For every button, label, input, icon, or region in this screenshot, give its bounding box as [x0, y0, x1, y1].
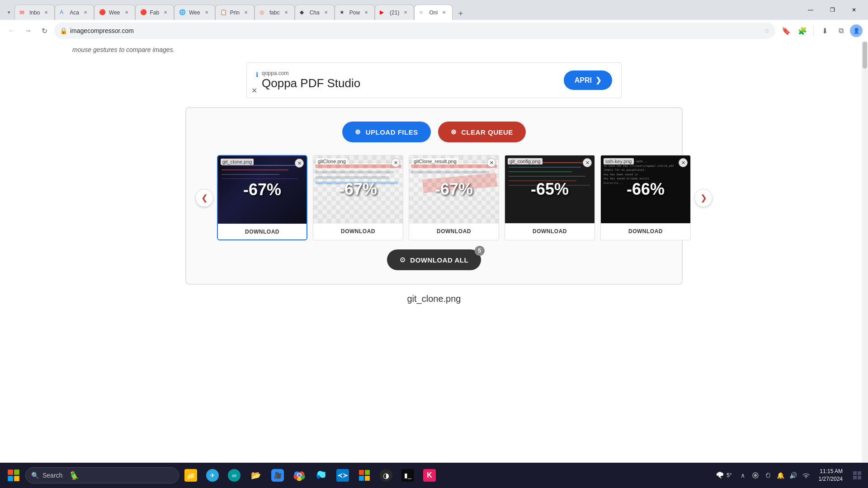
- card-close-2[interactable]: ✕: [391, 158, 400, 167]
- tab-close-gmail[interactable]: ✕: [42, 9, 50, 16]
- tray-expand-button[interactable]: ∧: [737, 470, 748, 481]
- minimize-button[interactable]: —: [800, 3, 821, 17]
- taskbar-app-file-explorer[interactable]: 📁: [181, 465, 201, 485]
- tab-aca[interactable]: A Aca ✕: [55, 5, 94, 20]
- new-tab-button[interactable]: +: [454, 7, 467, 20]
- tab-favicon-pow: ★: [340, 9, 347, 16]
- download-button-1[interactable]: DOWNLOAD: [218, 224, 307, 239]
- taskbar-search[interactable]: 🔍 Search 🦜: [25, 467, 179, 483]
- tab-gmail[interactable]: ✉ Inbo ✕: [14, 5, 55, 20]
- download-button-5[interactable]: DOWNLOAD: [601, 223, 690, 239]
- tab-wee2[interactable]: 🌐 Wee ✕: [174, 5, 215, 20]
- download-icon[interactable]: ⬇: [817, 23, 832, 38]
- image-card-1[interactable]: git_clone.png ✕ -67%: [217, 155, 307, 240]
- card-close-3[interactable]: ✕: [487, 158, 496, 167]
- close-button[interactable]: ✕: [844, 3, 864, 17]
- card-close-1[interactable]: ✕: [295, 159, 304, 168]
- profile-icon[interactable]: ⧉: [834, 23, 848, 38]
- image-card-3[interactable]: gitClone_result.png ✕: [409, 155, 499, 240]
- extensions-icon[interactable]: 🧩: [795, 23, 810, 38]
- ad-banner: ℹ qoppa.com Qoppa PDF Studio ✕ APRI ❯: [246, 62, 622, 98]
- tray-notification-icon[interactable]: 🔔: [775, 470, 786, 481]
- image-card-5[interactable]: ssh-key.png ✕ private ed25519 key path..…: [600, 155, 691, 240]
- taskbar-app-klokki[interactable]: K: [420, 465, 439, 485]
- tab-close-wee1[interactable]: ✕: [123, 9, 130, 16]
- scrollbar[interactable]: [862, 42, 868, 463]
- taskbar-app-chrome[interactable]: [289, 465, 309, 485]
- tab-close-cha[interactable]: ✕: [322, 9, 330, 16]
- download-button-4[interactable]: DOWNLOAD: [505, 223, 594, 239]
- back-button[interactable]: ←: [5, 24, 18, 37]
- darkreader-icon: ◑: [380, 469, 392, 482]
- tab-fab[interactable]: 🔴 Fab ✕: [135, 5, 175, 20]
- tray-icon-2[interactable]: [763, 470, 774, 481]
- notification-button[interactable]: [850, 468, 864, 483]
- tab-wee1[interactable]: 🔴 Wee ✕: [94, 5, 135, 20]
- card-preview-3: -67%: [409, 155, 499, 223]
- tab-close-fabc[interactable]: ✕: [283, 9, 290, 16]
- taskbar-app-zoom[interactable]: 🎥: [268, 465, 288, 485]
- tab-prin[interactable]: 📋 Prin ✕: [215, 5, 255, 20]
- maximize-button[interactable]: ❐: [822, 3, 843, 17]
- tab-favicon-yt: ▶: [380, 9, 387, 16]
- weather-widget[interactable]: 🌪 5°: [712, 470, 735, 481]
- tab-fabc[interactable]: ◎ fabc ✕: [255, 5, 295, 20]
- taskbar-app-telegram[interactable]: ✈: [203, 465, 222, 485]
- bookmark-icon[interactable]: 🔖: [779, 23, 793, 38]
- taskbar-app-store[interactable]: [354, 465, 374, 485]
- card-preview-1: -67%: [218, 156, 307, 224]
- weather-temp: 5°: [726, 472, 731, 479]
- tab-session-btn[interactable]: ▾: [4, 5, 14, 20]
- image-card-4[interactable]: git_config.png ✕: [505, 155, 595, 240]
- svg-point-12: [754, 474, 757, 477]
- tab-pow[interactable]: ★ Pow ✕: [335, 5, 375, 20]
- arduino-icon: ∞: [228, 469, 241, 482]
- taskbar-app-terminal[interactable]: ▮_: [398, 465, 418, 485]
- svg-rect-8: [365, 470, 370, 475]
- taskbar-app-darkreader[interactable]: ◑: [376, 465, 396, 485]
- taskbar-app-vscode[interactable]: ≺≻: [333, 465, 353, 485]
- reload-button[interactable]: ↻: [38, 24, 51, 37]
- tab-close-fab[interactable]: ✕: [162, 9, 169, 16]
- tab-close-pow[interactable]: ✕: [363, 9, 370, 16]
- carousel-prev-button[interactable]: ❮: [195, 189, 213, 207]
- tray-speaker-icon[interactable]: 🔊: [788, 470, 799, 481]
- tab-close-wee2[interactable]: ✕: [203, 9, 210, 16]
- tab-close-yt[interactable]: ✕: [402, 9, 409, 16]
- tab-yt[interactable]: ▶ (21) ✕: [375, 5, 414, 20]
- download-all-button[interactable]: ⊙ DOWNLOAD ALL 5: [387, 249, 481, 270]
- tray-network-icon[interactable]: [801, 470, 811, 481]
- ad-close-button[interactable]: ✕: [251, 86, 257, 95]
- download-button-2[interactable]: DOWNLOAD: [313, 223, 403, 239]
- card-close-5[interactable]: ✕: [679, 158, 688, 167]
- forward-button[interactable]: →: [22, 24, 34, 37]
- compression-badge-5: -66%: [627, 180, 665, 199]
- svg-point-6: [298, 474, 301, 477]
- taskbar-app-file-manager[interactable]: 📂: [246, 465, 266, 485]
- system-clock[interactable]: 11:15 AM 1/27/2024: [815, 468, 846, 483]
- star-icon[interactable]: ☆: [764, 27, 770, 34]
- page-inner: mouse gestures to compare images. ℹ qopp…: [0, 42, 868, 322]
- compression-badge-4: -65%: [531, 180, 569, 199]
- card-close-4[interactable]: ✕: [583, 158, 592, 167]
- terminal-icon: ▮_: [401, 469, 414, 482]
- klokki-icon: K: [423, 469, 436, 482]
- ad-cta-button[interactable]: APRI ❯: [564, 70, 612, 90]
- tab-close-active[interactable]: ✕: [440, 9, 448, 16]
- carousel-next-button[interactable]: ❯: [694, 189, 712, 207]
- profile-avatar[interactable]: 👤: [850, 24, 863, 37]
- taskbar-app-edge[interactable]: [311, 465, 331, 485]
- scrollbar-thumb[interactable]: [863, 42, 867, 69]
- tab-cha[interactable]: ◆ Cha ✕: [295, 5, 335, 20]
- tray-icon-1[interactable]: [750, 470, 761, 481]
- tab-close-prin[interactable]: ✕: [242, 9, 250, 16]
- start-button[interactable]: [4, 465, 24, 485]
- tab-close-aca[interactable]: ✕: [82, 9, 89, 16]
- clear-queue-button[interactable]: ⊗ CLEAR QUEUE: [438, 122, 526, 142]
- taskbar-app-arduino[interactable]: ∞: [224, 465, 244, 485]
- download-button-3[interactable]: DOWNLOAD: [409, 223, 499, 239]
- upload-files-button[interactable]: ⊕ UPLOAD FILES: [342, 122, 431, 142]
- image-card-2[interactable]: gitClone.png ✕: [313, 155, 403, 240]
- tab-active[interactable]: ○ Onl ✕: [414, 5, 453, 20]
- url-bar[interactable]: 🔒 imagecompressor.com ☆: [54, 23, 775, 39]
